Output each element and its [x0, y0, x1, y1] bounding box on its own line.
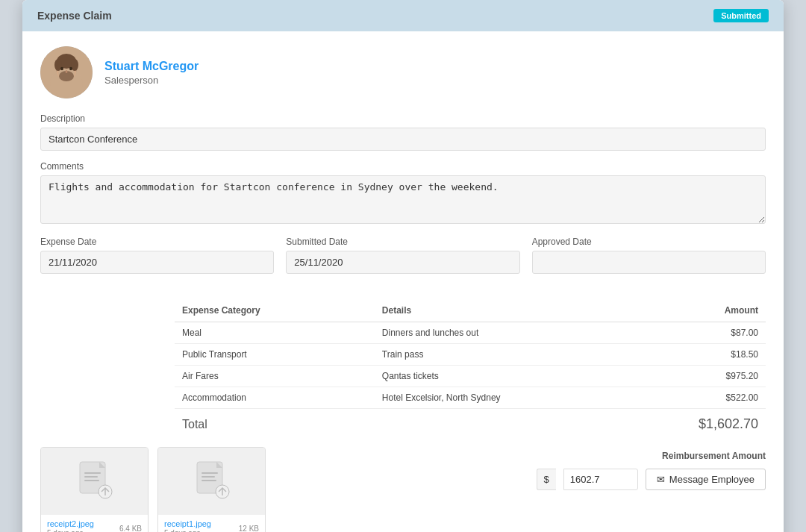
avatar — [40, 46, 93, 98]
col-header-amount: Amount — [661, 299, 766, 322]
amount-cell: $522.00 — [661, 387, 766, 409]
svg-point-11 — [69, 67, 72, 70]
svg-rect-20 — [202, 476, 215, 478]
attachment-size: 12 KB — [239, 525, 259, 533]
currency-symbol: $ — [537, 469, 556, 490]
employee-role: Salesperson — [104, 75, 199, 86]
submitted-date-input[interactable] — [286, 251, 519, 274]
attachment-size: 6.4 KB — [119, 525, 142, 533]
attachment-card[interactable]: receipt2.jpeg 5 days ago 6.4 KB — [40, 447, 149, 532]
message-button-label: Message Employee — [669, 474, 755, 485]
attachment-info: receipt2.jpeg 5 days ago 6.4 KB — [41, 515, 148, 532]
comments-label: Comments — [40, 161, 766, 172]
category-cell: Meal — [175, 322, 375, 344]
attachment-name: receipt2.jpeg — [47, 519, 94, 528]
bottom-section: receipt2.jpeg 5 days ago 6.4 KB receipt1… — [40, 447, 766, 532]
employee-row: Stuart McGregor Salesperson — [40, 46, 766, 98]
category-cell: Accommodation — [175, 387, 375, 409]
expense-date-label: Expense Date — [40, 237, 274, 247]
reimbursement-amount-input[interactable] — [563, 469, 638, 490]
reimbursement-label: Reimbursement Amount — [662, 451, 766, 461]
table-row: Meal Dinners and lunches out $87.00 — [175, 322, 766, 344]
svg-rect-14 — [84, 472, 101, 474]
submitted-date-label: Submitted Date — [286, 237, 519, 247]
details-cell: Qantas tickets — [375, 366, 661, 387]
table-row: Accommodation Hotel Excelsior, North Syd… — [175, 387, 766, 409]
submitted-date-section: Submitted Date — [286, 237, 519, 274]
svg-rect-15 — [84, 476, 98, 478]
attachment-name: receipt1.jpeg — [164, 519, 211, 528]
status-badge: Submitted — [713, 9, 769, 22]
svg-point-10 — [60, 67, 63, 70]
amount-cell: $18.50 — [661, 344, 766, 366]
category-cell: Public Transport — [175, 344, 375, 366]
expense-date-section: Expense Date — [40, 237, 274, 274]
total-label: Total — [182, 418, 207, 431]
category-cell: Air Fares — [175, 366, 375, 387]
total-row: Total $1,602.70 — [175, 409, 766, 439]
approved-date-input[interactable] — [532, 251, 766, 274]
attachment-info: receipt1.jpeg 5 days ago 12 KB — [158, 515, 265, 532]
details-cell: Dinners and lunches out — [375, 322, 661, 344]
modal-header: Expense Claim Submitted — [22, 0, 784, 31]
table-row: Public Transport Train pass $18.50 — [175, 344, 766, 366]
comments-input[interactable] — [40, 175, 766, 224]
details-cell: Train pass — [375, 344, 661, 366]
details-cell: Hotel Excelsior, North Sydney — [375, 387, 661, 409]
table-row: Air Fares Qantas tickets $975.20 — [175, 366, 766, 387]
svg-rect-19 — [202, 472, 218, 474]
col-header-category: Expense Category — [175, 299, 375, 322]
attachments: receipt2.jpeg 5 days ago 6.4 KB receipt1… — [40, 447, 397, 532]
dates-row: Expense Date Submitted Date Approved Dat… — [40, 237, 766, 284]
attachment-time: 5 days ago — [47, 529, 94, 532]
expense-date-input[interactable] — [40, 251, 274, 274]
attachment-preview — [158, 448, 265, 515]
svg-rect-21 — [202, 480, 216, 481]
description-section: Description — [40, 113, 766, 151]
total-amount: $1,602.70 — [699, 416, 758, 432]
modal-title: Expense Claim — [37, 10, 112, 22]
attachment-card[interactable]: receipt1.jpeg 5 days ago 12 KB — [157, 447, 266, 532]
expense-table-container: Expense Category Details Amount Meal Din… — [40, 299, 766, 439]
modal-body: Stuart McGregor Salesperson Description … — [22, 31, 784, 532]
description-label: Description — [40, 113, 766, 124]
amount-cell: $975.20 — [661, 366, 766, 387]
employee-name: Stuart McGregor — [104, 60, 199, 73]
message-icon: ✉ — [657, 474, 665, 485]
amount-cell: $87.00 — [661, 322, 766, 344]
approved-date-section: Approved Date — [532, 237, 766, 274]
svg-rect-16 — [84, 480, 99, 481]
svg-point-12 — [66, 70, 68, 73]
attachment-preview — [41, 448, 148, 515]
attachment-time: 5 days ago — [164, 529, 211, 532]
comments-section: Comments — [40, 161, 766, 226]
message-employee-button[interactable]: ✉ Message Employee — [646, 469, 766, 490]
reimbursement-input-row: $ ✉ Message Employee — [537, 469, 766, 490]
approved-date-label: Approved Date — [532, 237, 766, 247]
col-header-details: Details — [375, 299, 661, 322]
description-input[interactable] — [40, 128, 766, 151]
employee-info: Stuart McGregor Salesperson — [104, 60, 199, 86]
reimbursement-section: Reimbursement Amount $ ✉ Message Employe… — [409, 447, 766, 490]
expense-table: Expense Category Details Amount Meal Din… — [175, 299, 766, 409]
expense-claim-modal: Expense Claim Submitted — [22, 0, 784, 532]
